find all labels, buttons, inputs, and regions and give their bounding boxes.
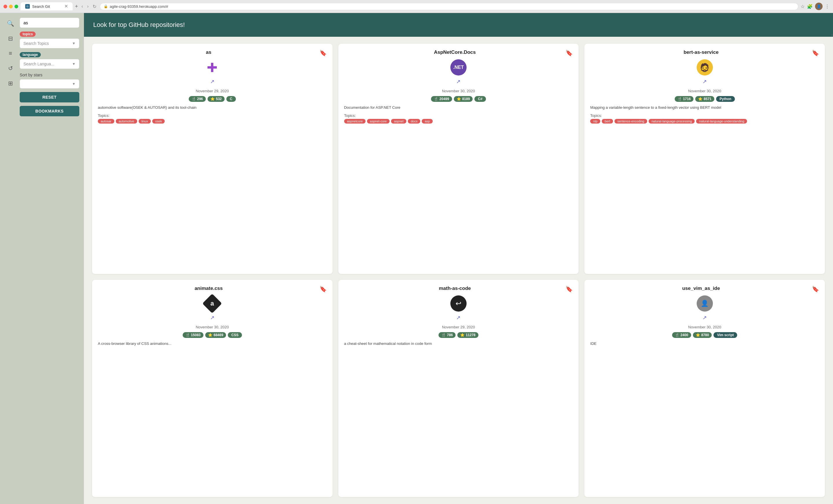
card-vim-bookmark[interactable]: 🔖 (812, 286, 819, 292)
topic-aspnetcore[interactable]: aspnetcore (344, 119, 365, 123)
card-animate-description: A cross-browser library of CSS animation… (98, 341, 327, 346)
forward-button[interactable]: › (86, 3, 90, 10)
main-content: Look for top GitHub repositories! as 🔖 ↗… (84, 13, 833, 504)
topics-dropdown-label: Search Topics (23, 41, 49, 46)
card-math-bookmark[interactable]: 🔖 (566, 286, 573, 292)
topic-autosar[interactable]: autosar (98, 119, 114, 123)
card-animate-language: CSS (228, 332, 242, 338)
topic-sentence-encoding[interactable]: sentence-encoding (615, 119, 647, 123)
extensions-button[interactable]: 🧩 (807, 4, 813, 9)
list-icon[interactable]: ≡ (9, 50, 12, 57)
card-as-topics-section: Topics: autosar automotive linux osek (98, 114, 327, 123)
new-tab-button[interactable]: + (75, 3, 78, 9)
card-math-avatar: ↩ (450, 295, 467, 312)
card-math-external-link[interactable]: ↗ (344, 314, 573, 321)
search-input[interactable] (20, 18, 79, 28)
card-aspnetcore: AspNetCore.Docs 🔖 .NET ↗ November 30, 20… (338, 44, 579, 274)
card-animate-date: November 30, 2020 (98, 325, 327, 329)
card-bert-topics-section: Topics: nlp bert sentence-encoding natur… (590, 114, 819, 123)
browser-tab[interactable]: G Search Git ✕ (21, 2, 73, 10)
topic-asp[interactable]: asp (422, 119, 433, 123)
card-aspnetcore-stars: ⭐ 8189 (454, 96, 473, 102)
card-as-title: as (98, 49, 319, 55)
card-aspnetcore-topics-list: aspnetcore aspnet-core aspnet docs asp (344, 119, 573, 123)
topic-nlp[interactable]: nlp (590, 119, 600, 123)
card-vim-forks: 🍴 2400 (672, 332, 691, 338)
card-aspnetcore-description: Documentation for ASP.NET Core (344, 105, 573, 111)
stars-icon: ⭐ (210, 97, 215, 101)
topic-aspnet[interactable]: aspnet (391, 119, 406, 123)
card-bert-language: Python (716, 96, 735, 102)
card-bert-topics-list: nlp bert sentence-encoding natural-langu… (590, 119, 819, 123)
tab-close-button[interactable]: ✕ (64, 4, 68, 9)
card-as-bookmark[interactable]: 🔖 (319, 49, 327, 56)
card-as-stars: ⭐ 532 (208, 96, 224, 102)
filter-icon[interactable]: ⊟ (8, 35, 13, 42)
reload-button[interactable]: ↻ (92, 3, 98, 10)
card-aspnetcore-header: AspNetCore.Docs 🔖 (344, 49, 573, 56)
topic-linux[interactable]: linux (139, 119, 151, 123)
topic-osek[interactable]: osek (152, 119, 165, 123)
topics-badge: topics (20, 31, 35, 37)
bookmarks-button[interactable]: BOOKMARKS (20, 106, 79, 116)
close-dot[interactable] (3, 5, 7, 8)
card-vim-date: November 30, 2020 (590, 325, 819, 329)
back-button[interactable]: ‹ (80, 3, 84, 10)
card-animate-bookmark[interactable]: 🔖 (319, 286, 327, 292)
minimize-dot[interactable] (9, 5, 13, 8)
card-aspnetcore-external-link[interactable]: ↗ (344, 78, 573, 85)
card-vim-title: use_vim_as_ide (590, 286, 812, 291)
card-as-forks: 🍴 296 (189, 96, 206, 102)
svg-rect-1 (208, 66, 217, 69)
topics-dropdown[interactable]: Search Topics ▼ (20, 39, 79, 48)
card-math-forks: 🍴 786 (438, 332, 456, 338)
card-animate-title: animate.css (98, 286, 319, 291)
sort-label: Sort by stars (20, 73, 43, 77)
card-bert-date: November 30, 2020 (590, 89, 819, 93)
card-animate-external-link[interactable]: ↗ (98, 314, 327, 321)
card-bert-avatar: 🧔 (697, 59, 713, 75)
stars-icon: ⭐ (208, 333, 212, 337)
card-animate-stars: ⭐ 68469 (205, 332, 226, 338)
sort-dropdown[interactable]: ▼ (20, 79, 79, 89)
topic-nlp2[interactable]: natural-language-processing (649, 119, 695, 123)
card-as-topics-list: autosar automotive linux osek (98, 119, 327, 123)
card-as-description: automotive software(OSEK & AUTOSAR) and … (98, 105, 327, 111)
card-aspnetcore-bookmark[interactable]: 🔖 (566, 49, 573, 56)
forks-icon: 🍴 (675, 333, 679, 337)
topic-docs[interactable]: docs (408, 119, 420, 123)
card-animate-forks: 🍴 15083 (183, 332, 204, 338)
search-icon[interactable]: 🔍 (7, 20, 14, 27)
refresh-icon[interactable]: ↺ (8, 65, 13, 72)
topic-automotive[interactable]: automotive (116, 119, 137, 123)
card-bert-external-link[interactable]: ↗ (590, 78, 819, 85)
url-text: agile-crag-93359.herokuapp.com/# (110, 4, 794, 9)
card-animate: animate.css 🔖 a ↗ November 30, 2020 🍴 1 (92, 280, 333, 497)
user-avatar[interactable]: 👤 (815, 3, 823, 10)
card-bert-header: bert-as-service 🔖 (590, 49, 819, 56)
card-as-topics-label: Topics: (98, 114, 110, 118)
bookmark-star-button[interactable]: ☆ (801, 4, 805, 9)
browser-chrome: G Search Git ✕ + ‹ › ↻ 🔒 agile-crag-9335… (0, 0, 833, 13)
card-bert-bookmark[interactable]: 🔖 (812, 49, 819, 56)
browser-actions: ☆ 🧩 👤 ⋮ (801, 3, 830, 10)
topic-bert[interactable]: bert (602, 119, 613, 123)
card-vim-external-link[interactable]: ↗ (590, 314, 819, 321)
security-icon: 🔒 (104, 4, 108, 8)
forks-icon: 🍴 (442, 333, 446, 337)
main-header-title: Look for top GitHub repositories! (93, 21, 185, 28)
tab-favicon: G (25, 4, 30, 9)
card-as-external-link[interactable]: ↗ (98, 78, 327, 85)
card-vim: use_vim_as_ide 🔖 👤 ↗ November 30, 2020 🍴… (585, 280, 825, 497)
language-dropdown[interactable]: Search Langua... ▼ (20, 59, 79, 69)
topic-nlu[interactable]: natural-language-understanding (696, 119, 747, 123)
language-dropdown-arrow: ▼ (72, 62, 75, 66)
menu-button[interactable]: ⋮ (825, 4, 830, 9)
card-aspnetcore-language: C# (474, 96, 486, 102)
grid-icon[interactable]: ⊞ (8, 80, 13, 87)
reset-button[interactable]: RESET (20, 92, 79, 102)
address-bar[interactable]: 🔒 agile-crag-93359.herokuapp.com/# (100, 3, 798, 10)
card-animate-header: animate.css 🔖 (98, 286, 327, 292)
topic-aspnet-core[interactable]: aspnet-core (367, 119, 389, 123)
maximize-dot[interactable] (15, 5, 18, 8)
